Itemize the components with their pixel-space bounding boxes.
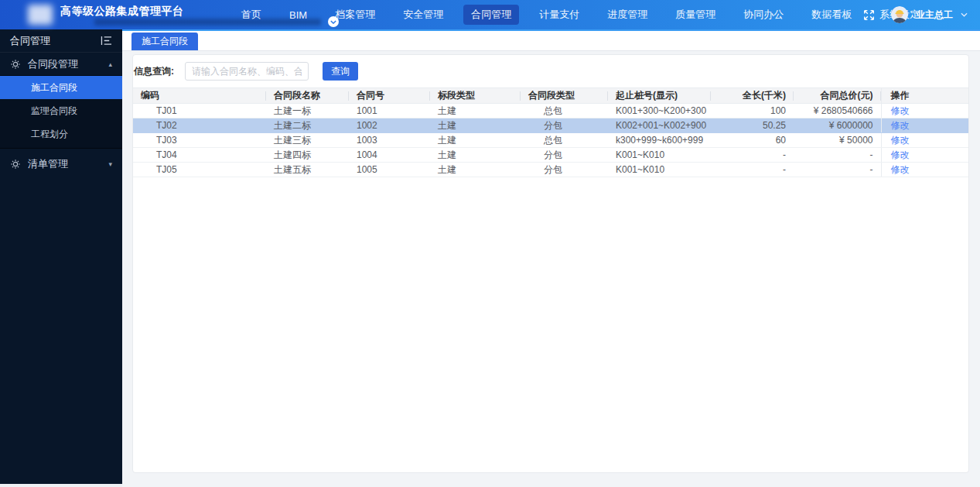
- table-cell: 总包: [521, 133, 608, 148]
- table-cell-action: 修改: [881, 118, 969, 133]
- sidebar-header: 合同管理: [0, 29, 122, 53]
- table-cell: TJ03: [133, 133, 266, 148]
- user-name[interactable]: 业主总工: [916, 9, 953, 22]
- table-cell: 100: [711, 104, 794, 118]
- table-cell: 50.25: [711, 118, 794, 133]
- edit-link[interactable]: 修改: [891, 105, 910, 116]
- app-logo: [28, 5, 53, 25]
- collapse-sidebar-icon[interactable]: [101, 36, 112, 46]
- edit-link[interactable]: 修改: [891, 149, 910, 160]
- edit-link[interactable]: 修改: [891, 120, 910, 131]
- table-cell-action: 修改: [881, 104, 969, 118]
- user-menu-chevron-icon[interactable]: [961, 12, 968, 17]
- table-cell: 土建: [430, 118, 521, 133]
- table-row[interactable]: TJ05土建五标1005土建分包K001~K010--修改: [133, 163, 969, 177]
- nav-item[interactable]: 档案管理: [327, 5, 383, 25]
- caret-up-icon: ▴: [108, 60, 112, 68]
- table-cell: k300+999~k600+999: [608, 133, 711, 148]
- table-cell: 土建二标: [266, 118, 349, 133]
- table-cell: 60: [711, 133, 794, 148]
- table-row[interactable]: TJ03土建三标1003土建总包k300+999~k600+99960¥ 500…: [133, 133, 969, 148]
- table-cell: -: [711, 163, 794, 177]
- app-title: 高等级公路集成管理平台: [60, 5, 184, 19]
- top-nav: 首页BIM档案管理安全管理合同管理计量支付进度管理质量管理协同办公数据看板系统设…: [234, 0, 927, 29]
- sidebar: 合同管理 合同段管理 ▴ 施工合同段 监理合同段 工程划分: [0, 29, 122, 484]
- search-button[interactable]: 查询: [323, 62, 358, 81]
- app-header: 高等级公路集成管理平台 首页BIM档案管理安全管理合同管理计量支付进度管理质量管…: [0, 0, 980, 29]
- table-header-row: 编码合同段名称合同号标段类型合同段类型起止桩号(显示)全长(千米)合同总价(元)…: [133, 88, 969, 104]
- sidebar-group-label: 清单管理: [28, 157, 68, 171]
- table-cell: 土建三标: [266, 133, 349, 148]
- header-divider: [883, 9, 883, 20]
- edit-link[interactable]: 修改: [891, 164, 910, 175]
- table-cell: 1003: [349, 133, 430, 148]
- column-header: 操作: [881, 88, 969, 104]
- table-cell: TJ04: [133, 148, 266, 163]
- sidebar-title: 合同管理: [10, 34, 50, 48]
- table-cell: ¥ 6000000: [794, 118, 881, 133]
- table-cell: 分包: [521, 163, 608, 177]
- table-cell: K001+300~K200+300: [608, 104, 711, 118]
- table-cell: 土建: [430, 148, 521, 163]
- header-right: 业主总工: [863, 0, 968, 29]
- sidebar-group-label: 合同段管理: [28, 57, 78, 71]
- table-cell: 1002: [349, 118, 430, 133]
- sidebar-item-supervision-contract[interactable]: 监理合同段: [0, 99, 122, 122]
- table-cell: 土建: [430, 133, 521, 148]
- table-cell: ¥ 50000: [794, 133, 881, 148]
- fullscreen-icon[interactable]: [863, 9, 875, 21]
- table-cell: 土建: [430, 104, 521, 118]
- table-row[interactable]: TJ04土建四标1004土建分包K001~K010--修改: [133, 148, 969, 163]
- table-cell: 分包: [521, 148, 608, 163]
- tab-bar: 施工合同段: [122, 29, 980, 51]
- column-header: 起止桩号(显示): [608, 88, 711, 104]
- content-card: 信息查询: 查询 编码合同段名称合同号标段类型合同段类型起止桩号(显示)全长(千…: [132, 54, 969, 473]
- nav-item[interactable]: 计量支付: [531, 5, 587, 25]
- column-header: 合同号: [349, 88, 430, 104]
- nav-item[interactable]: BIM: [282, 6, 315, 24]
- table-cell: 土建一标: [266, 104, 349, 118]
- main-area: 施工合同段 信息查询: 查询 编码合同段名称合同号标段类型合同段类型起止桩号(显…: [122, 29, 980, 487]
- nav-item[interactable]: 协同办公: [736, 5, 791, 25]
- nav-item[interactable]: 进度管理: [599, 5, 655, 25]
- nav-item[interactable]: 安全管理: [395, 5, 451, 25]
- nav-item[interactable]: 首页: [234, 5, 269, 25]
- nav-item[interactable]: 质量管理: [668, 5, 723, 25]
- table-cell: -: [794, 163, 881, 177]
- worker-avatar-icon: [891, 6, 908, 23]
- table-cell: 总包: [521, 104, 608, 118]
- sidebar-item-label: 施工合同段: [31, 82, 77, 93]
- column-header: 合同总价(元): [794, 88, 881, 104]
- table-cell: -: [711, 148, 794, 163]
- table-row[interactable]: TJ02土建二标1002土建分包K002+001~K002+90050.25¥ …: [133, 118, 969, 133]
- table-cell-action: 修改: [881, 133, 969, 148]
- sidebar-group-contract-sections[interactable]: 合同段管理 ▴: [0, 53, 122, 75]
- table-cell: TJ01: [133, 104, 266, 118]
- column-header: 合同段类型: [521, 88, 608, 104]
- nav-item[interactable]: 合同管理: [463, 5, 519, 25]
- table-cell: 1004: [349, 148, 430, 163]
- search-input[interactable]: [185, 62, 309, 81]
- module-gear-icon: [10, 59, 21, 70]
- sidebar-item-project-division[interactable]: 工程划分: [0, 122, 122, 146]
- user-avatar[interactable]: [891, 6, 908, 23]
- table-cell: ¥ 2680540666: [794, 104, 881, 118]
- nav-item[interactable]: 数据看板: [804, 5, 859, 25]
- tab-construction-contract[interactable]: 施工合同段: [131, 33, 198, 50]
- caret-down-icon: ▾: [108, 160, 112, 168]
- column-header: 标段类型: [430, 88, 521, 104]
- search-row: 信息查询: 查询: [134, 62, 968, 81]
- column-header: 编码: [133, 88, 266, 104]
- sidebar-item-construction-contract[interactable]: 施工合同段: [0, 76, 122, 99]
- column-header: 全长(千米): [711, 88, 794, 104]
- table-cell: 土建四标: [266, 148, 349, 163]
- table-cell: 1001: [349, 104, 430, 118]
- search-label: 信息查询:: [134, 65, 174, 78]
- edit-link[interactable]: 修改: [891, 135, 910, 146]
- table-cell-action: 修改: [881, 148, 969, 163]
- sidebar-submenu: 施工合同段 监理合同段 工程划分: [0, 75, 122, 149]
- table-row[interactable]: TJ01土建一标1001土建总包K001+300~K200+300100¥ 26…: [133, 104, 969, 118]
- sidebar-group-list-management[interactable]: 清单管理 ▾: [0, 153, 122, 175]
- sidebar-item-label: 监理合同段: [31, 105, 77, 116]
- table-cell: TJ02: [133, 118, 266, 133]
